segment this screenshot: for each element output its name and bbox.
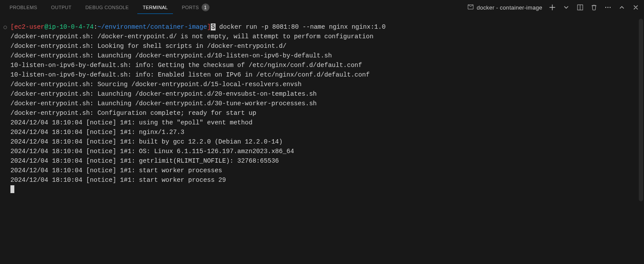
terminal-output-line: 2024/12/04 18:10:04 [notice] 1#1: using …	[10, 118, 637, 127]
terminal-output-line: 2024/12/04 18:10:04 [notice] 1#1: built …	[10, 137, 637, 147]
terminal-output-line: 2024/12/04 18:10:04 [notice] 1#1: getrli…	[10, 156, 637, 166]
svg-point-2	[605, 7, 606, 8]
terminal-output-line: /docker-entrypoint.sh: /docker-entrypoin…	[10, 32, 637, 41]
terminal-output-line: /docker-entrypoint.sh: Launching /docker…	[10, 99, 637, 108]
terminal-session-text: docker - container-image	[477, 4, 542, 11]
terminal-output-line: 2024/12/04 18:10:04 [notice] 1#1: start …	[10, 175, 637, 185]
tab-output-label: OUTPUT	[51, 5, 72, 10]
prompt-host: ip-10-0-4-74	[48, 23, 93, 30]
prompt-open-bracket: [	[10, 23, 14, 30]
panel-tabbar: PROBLEMS OUTPUT DEBUG CONSOLE TERMINAL P…	[0, 0, 644, 15]
prompt-at: @	[44, 23, 48, 30]
tab-ports-label: PORTS	[182, 5, 199, 10]
more-actions-button[interactable]	[603, 3, 613, 12]
tab-terminal-label: TERMINAL	[143, 5, 168, 10]
tab-ports[interactable]: PORTS 1	[176, 0, 214, 15]
prompt-close-bracket: ]	[207, 23, 211, 30]
tab-debug-console[interactable]: DEBUG CONSOLE	[80, 1, 134, 14]
terminal-output-line: 2024/12/04 18:10:04 [notice] 1#1: OS: Li…	[10, 147, 637, 156]
kill-terminal-button[interactable]	[589, 3, 599, 12]
maximize-panel-button[interactable]	[617, 3, 627, 12]
split-terminal-button[interactable]	[575, 3, 585, 12]
terminal-actions	[548, 3, 641, 12]
tab-problems[interactable]: PROBLEMS	[4, 1, 43, 14]
terminal-output-line: 10-listen-on-ipv6-by-default.sh: info: E…	[10, 70, 637, 80]
cursor-icon	[10, 185, 14, 193]
prompt-dollar: $	[211, 23, 216, 30]
ports-badge: 1	[202, 3, 209, 11]
terminal-output-line: /docker-entrypoint.sh: Launching /docker…	[10, 89, 637, 99]
terminal-prompt-line: [ec2-user@ip-10-0-4-74:~/environment/con…	[10, 22, 637, 32]
launch-profile-chevron[interactable]	[561, 3, 571, 12]
tab-debug-console-label: DEBUG CONSOLE	[86, 5, 129, 10]
prompt-path: ~/environment/container-image	[97, 23, 207, 30]
panel-root: PROBLEMS OUTPUT DEBUG CONSOLE TERMINAL P…	[0, 0, 644, 264]
prompt-user: ec2-user	[14, 23, 45, 30]
terminal-output-line: 2024/12/04 18:10:04 [notice] 1#1: start …	[10, 166, 637, 175]
terminal-cursor-line	[10, 185, 637, 194]
terminal-output-line: /docker-entrypoint.sh: Sourcing /docker-…	[10, 80, 637, 89]
svg-point-4	[610, 7, 611, 8]
close-panel-button[interactable]	[631, 3, 641, 12]
terminal-output-line: /docker-entrypoint.sh: Looking for shell…	[10, 41, 637, 51]
tab-problems-label: PROBLEMS	[10, 5, 37, 10]
svg-point-3	[607, 7, 608, 8]
new-terminal-button[interactable]	[548, 3, 557, 12]
prompt-colon: :	[93, 23, 97, 30]
terminal-output-line: 2024/12/04 18:10:04 [notice] 1#1: nginx/…	[10, 127, 637, 137]
tab-terminal[interactable]: TERMINAL	[137, 1, 173, 14]
terminal-session-label[interactable]: docker - container-image	[467, 3, 542, 12]
docker-icon	[467, 3, 474, 12]
terminal-viewport[interactable]: [ec2-user@ip-10-0-4-74:~/environment/con…	[0, 15, 644, 264]
terminal-output-line: 10-listen-on-ipv6-by-default.sh: info: G…	[10, 60, 637, 70]
terminal-scrollbar[interactable]	[639, 19, 643, 201]
terminal-output-line: /docker-entrypoint.sh: Launching /docker…	[10, 51, 637, 60]
command-marker-icon	[3, 26, 7, 29]
terminal-output-line: /docker-entrypoint.sh: Configuration com…	[10, 108, 637, 118]
tab-output[interactable]: OUTPUT	[46, 1, 77, 14]
prompt-command: docker run -p 8081:80 --name nginx nginx…	[216, 23, 386, 30]
